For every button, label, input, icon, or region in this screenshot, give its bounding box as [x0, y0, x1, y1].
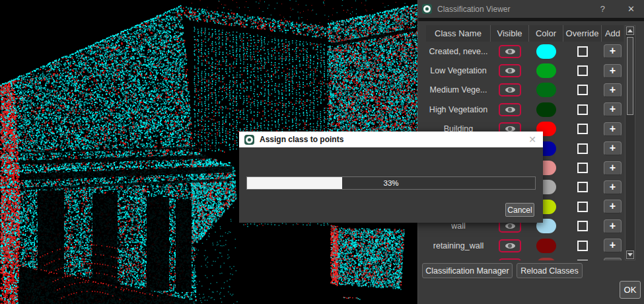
table-scrollbar[interactable] — [625, 25, 635, 260]
class-table-row: retaining_wall + — [426, 236, 624, 255]
override-checkbox[interactable] — [577, 143, 588, 154]
color-swatch[interactable] — [536, 102, 556, 117]
dialog-body: 33% Cancel — [239, 147, 543, 223]
header-add[interactable]: Add — [602, 25, 624, 42]
class-name-label: retaining_wall — [433, 241, 483, 250]
scroll-down-button[interactable] — [626, 250, 634, 259]
app-logo-icon — [244, 135, 254, 145]
eye-icon — [505, 87, 515, 93]
scrollbar-thumb[interactable] — [627, 37, 633, 115]
triangle-down-icon — [627, 253, 633, 256]
add-class-button[interactable]: + — [604, 64, 622, 78]
header-override[interactable]: Override — [563, 25, 602, 42]
class-name-label: wall — [451, 221, 466, 231]
dialog-titlebar[interactable]: Assign class to points ✕ — [239, 132, 543, 147]
add-class-button[interactable]: + — [604, 258, 622, 260]
override-checkbox[interactable] — [577, 260, 588, 260]
class-table-row: Low Vegetation + — [426, 61, 624, 80]
class-name-label: Low Vegetation — [430, 66, 487, 75]
help-button[interactable]: ? — [600, 4, 605, 14]
visibility-toggle-button[interactable] — [499, 83, 521, 96]
eye-icon — [505, 223, 515, 229]
panel-titlebar: Classification Viewer ? ✕ — [418, 0, 644, 18]
add-class-button[interactable]: + — [604, 83, 622, 97]
override-checkbox[interactable] — [577, 85, 588, 95]
override-checkbox[interactable] — [577, 221, 588, 231]
color-swatch[interactable] — [536, 258, 556, 260]
add-class-button[interactable]: + — [604, 102, 622, 116]
add-class-button[interactable]: + — [604, 161, 622, 175]
class-table-row: + — [426, 255, 624, 260]
add-class-button[interactable]: + — [604, 219, 622, 233]
progress-label: 33% — [247, 177, 535, 189]
application-window: Classification Viewer ? ✕ Class Name Vis… — [0, 0, 644, 304]
class-table-header: Class Name Visible Color Override Add — [426, 25, 624, 42]
color-swatch[interactable] — [536, 63, 556, 78]
eye-icon — [505, 243, 515, 248]
class-table-row: Medium Vege... + — [426, 81, 624, 100]
app-logo-icon — [422, 4, 432, 14]
progress-bar: 33% — [246, 176, 536, 190]
override-checkbox[interactable] — [577, 241, 588, 251]
add-class-button[interactable]: + — [604, 180, 622, 194]
eye-icon — [505, 107, 515, 112]
header-color[interactable]: Color — [529, 25, 563, 42]
override-checkbox[interactable] — [577, 104, 588, 115]
header-visible[interactable]: Visible — [491, 25, 529, 42]
override-checkbox[interactable] — [577, 46, 588, 57]
cancel-button[interactable]: Cancel — [505, 203, 534, 217]
color-swatch[interactable] — [536, 239, 556, 253]
class-name-label: High Vegetation — [429, 105, 487, 114]
assign-class-dialog: Assign class to points ✕ 33% Cancel — [239, 132, 543, 223]
class-table-row: High Vegetation + — [426, 100, 624, 119]
color-swatch[interactable] — [536, 83, 556, 97]
ok-button[interactable]: OK — [620, 281, 641, 299]
override-checkbox[interactable] — [577, 202, 588, 212]
visibility-toggle-button[interactable] — [499, 103, 521, 116]
classification-manager-button[interactable]: Classification Manager — [422, 263, 513, 278]
override-checkbox[interactable] — [577, 182, 588, 192]
add-class-button[interactable]: + — [604, 44, 622, 58]
add-class-button[interactable]: + — [604, 239, 622, 252]
visibility-toggle-button[interactable] — [499, 45, 521, 58]
visibility-toggle-button[interactable] — [499, 239, 521, 252]
class-name-label: Medium Vege... — [430, 85, 487, 95]
header-class-name[interactable]: Class Name — [426, 25, 491, 42]
class-table-row: Created, neve... + — [426, 42, 624, 61]
visibility-toggle-button[interactable] — [499, 64, 521, 77]
triangle-up-icon — [627, 29, 633, 32]
panel-close-button[interactable]: ✕ — [627, 4, 635, 14]
eye-icon — [505, 49, 515, 54]
dialog-close-button[interactable]: ✕ — [528, 134, 536, 145]
panel-title: Classification Viewer — [437, 5, 600, 14]
class-name-label: Created, neve... — [429, 47, 488, 56]
override-checkbox[interactable] — [577, 163, 588, 173]
titlebar-separator — [418, 18, 644, 21]
override-checkbox[interactable] — [577, 124, 588, 134]
add-class-button[interactable]: + — [604, 122, 622, 136]
eye-icon — [505, 68, 515, 73]
reload-classes-button[interactable]: Reload Classes — [517, 263, 583, 278]
dialog-title: Assign class to points — [260, 135, 528, 144]
color-swatch[interactable] — [536, 44, 556, 59]
add-class-button[interactable]: + — [604, 141, 622, 155]
add-class-button[interactable]: + — [604, 200, 622, 213]
override-checkbox[interactable] — [577, 65, 588, 76]
visibility-toggle-button[interactable] — [499, 258, 521, 260]
scroll-up-button[interactable] — [626, 26, 634, 35]
